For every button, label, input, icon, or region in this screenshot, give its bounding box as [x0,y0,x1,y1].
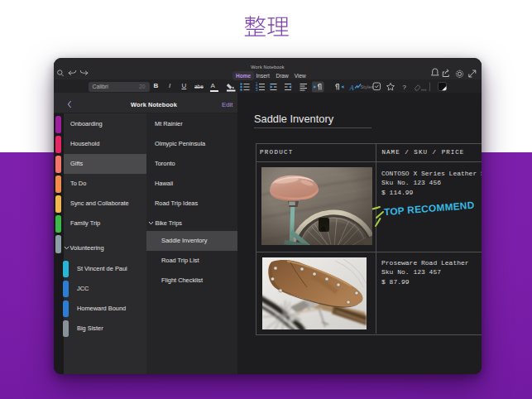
svg-text:A: A [349,84,355,92]
svg-text:3: 3 [256,88,258,92]
svg-text:TOP RECOMMEND: TOP RECOMMEND [384,199,476,218]
svg-text:Styles: Styles [361,84,374,89]
svg-text:?: ? [403,84,407,91]
